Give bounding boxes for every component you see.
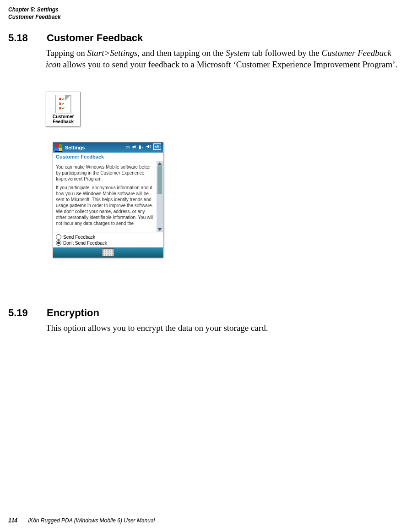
scroll-down-icon[interactable]: [157, 228, 162, 231]
text-italic-system: System: [226, 48, 250, 58]
wm-titlebar: Settings ▭ ⇄ ▮ₓ ◀፧ ok: [53, 143, 163, 153]
text-fragment: Tapping on: [46, 48, 87, 58]
battery-icon: ▭: [125, 144, 130, 149]
header-chapter: Chapter 5: Settings: [8, 6, 61, 14]
section-5-18-body: Tapping on Start>Settings, and then tapp…: [46, 48, 407, 70]
radio-label: Don't Send Feedback: [63, 241, 107, 246]
volume-icon[interactable]: ◀፧: [146, 144, 151, 149]
radio-group: Send Feedback Don't Send Feedback: [53, 232, 163, 247]
radio-label: Send Feedback: [63, 235, 95, 240]
section-title: Customer Feedback: [47, 32, 143, 44]
text-italic-path: Start>Settings: [87, 48, 138, 58]
scroll-thumb[interactable]: [157, 166, 162, 194]
ok-button[interactable]: ok: [153, 143, 161, 150]
wm-subtitle: Customer Feedback: [53, 153, 163, 161]
section-number: 5.18: [8, 32, 45, 44]
page-number: 114: [8, 517, 17, 524]
wm-bottom-bar: [53, 247, 163, 258]
wm-screenshot: Settings ▭ ⇄ ▮ₓ ◀፧ ok Customer Feedback …: [53, 142, 163, 258]
radio-send-feedback[interactable]: Send Feedback: [56, 234, 160, 240]
section-title: Encryption: [47, 307, 99, 318]
wm-paragraph-2: If you participate, anonymous informatio…: [56, 185, 154, 226]
signal-icon: ▮ₓ: [139, 144, 143, 149]
connection-icon: ⇄: [132, 144, 136, 149]
scroll-up-icon[interactable]: [157, 162, 162, 165]
radio-icon-unselected[interactable]: [56, 234, 61, 240]
start-icon[interactable]: [55, 144, 62, 151]
wm-paragraph-1: You can make Windows Mobile software bet…: [56, 164, 154, 182]
wm-title-text: Settings: [65, 145, 85, 150]
customer-feedback-icon-tile: ✘✔ ✘✔ ✘✔ Customer Feedback: [46, 92, 81, 126]
wm-body-text: You can make Windows Mobile software bet…: [53, 161, 157, 232]
page-footer: 114 iKôn Rugged PDA (Windows Mobile 6) U…: [8, 517, 155, 524]
scrollbar[interactable]: [157, 161, 163, 232]
keyboard-icon[interactable]: [102, 248, 114, 257]
text-fragment: allows you to send your feedback to a Mi…: [61, 60, 398, 69]
section-5-19-body: This option allows you to encrypt the da…: [46, 323, 407, 334]
icon-label-line1: Customer: [47, 114, 79, 119]
page-header: Chapter 5: Settings Customer Feedback: [8, 6, 61, 21]
section-number: 5.19: [8, 307, 45, 319]
icon-label-line2: Feedback: [47, 119, 79, 124]
feedback-form-icon: ✘✔ ✘✔ ✘✔: [55, 95, 71, 113]
radio-icon-selected[interactable]: [56, 240, 61, 246]
section-5-18-heading: 5.18 Customer Feedback: [8, 32, 143, 44]
radio-dont-send-feedback[interactable]: Don't Send Feedback: [56, 240, 160, 246]
header-section: Customer Feedback: [8, 14, 61, 21]
section-5-19-heading: 5.19 Encryption: [8, 307, 99, 319]
text-fragment: tab followed by the: [250, 48, 322, 58]
book-title: iKôn Rugged PDA (Windows Mobile 6) User …: [28, 517, 155, 524]
text-fragment: , and then tapping on the: [137, 48, 226, 58]
